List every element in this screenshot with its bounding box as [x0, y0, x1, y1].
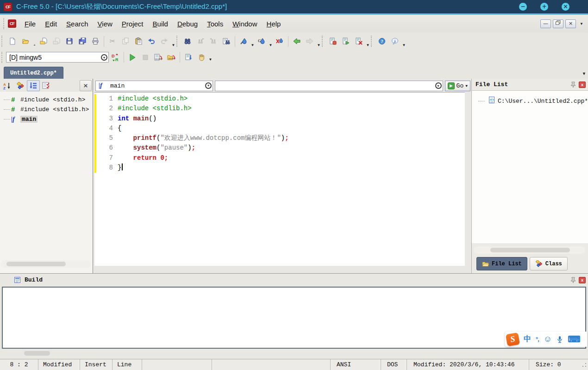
file-list-item[interactable]: C:\User...\Untitled2.cpp* — [478, 96, 588, 106]
navigate-dropdown-icon[interactable]: ▼ — [316, 43, 321, 50]
combo-dropdown-icon[interactable]: ▼ — [435, 82, 442, 89]
new-file-button[interactable] — [6, 35, 19, 48]
menu-edit[interactable]: Edit — [40, 18, 62, 30]
menu-file[interactable]: File — [20, 18, 40, 30]
find-button[interactable] — [181, 35, 194, 48]
tab-class[interactable]: Class — [530, 257, 568, 270]
pin-icon[interactable] — [570, 277, 576, 283]
code-line[interactable]: 4{ — [94, 124, 465, 133]
code-line[interactable]: 1#include <stdio.h> — [94, 94, 465, 104]
menu-help[interactable]: Help — [262, 18, 286, 30]
file-list-close-button[interactable]: x — [579, 82, 586, 88]
menu-tools[interactable]: Tools — [202, 18, 228, 30]
build-horizontal-scrollbar[interactable] — [2, 350, 586, 357]
resize-grip[interactable] — [582, 363, 587, 367]
run-button[interactable] — [126, 51, 139, 63]
code-line[interactable]: 8} — [94, 163, 465, 173]
tab-untitled2[interactable]: Untitled2.cpp* — [4, 67, 63, 79]
code-line[interactable]: 3int main() — [94, 114, 465, 124]
sogou-logo-icon[interactable]: S — [506, 332, 520, 346]
menu-project[interactable]: Project — [117, 18, 148, 30]
breakpoint-dropdown-icon[interactable]: ▼ — [365, 43, 370, 50]
build-output[interactable] — [2, 287, 586, 349]
menu-debug[interactable]: Debug — [173, 18, 202, 30]
build-file-button[interactable]: 10101 — [152, 51, 165, 63]
goto-bookmark-button[interactable]: G — [255, 35, 268, 48]
ime-emoji-button[interactable]: ☺ — [544, 334, 552, 344]
class-hierarchy-button[interactable] — [14, 80, 27, 91]
goto-bookmark-dropdown-icon[interactable]: ▼ — [268, 43, 273, 50]
details-view-button[interactable] — [40, 80, 53, 91]
help-dropdown-icon[interactable]: ▼ — [401, 43, 407, 50]
code-line[interactable]: 6 system("pause"); — [94, 143, 465, 153]
toggle-breakpoint-button[interactable] — [326, 35, 339, 48]
tab-file-list[interactable]: File List — [476, 257, 527, 270]
pin-icon[interactable] — [570, 82, 576, 88]
edit-dropdown-icon[interactable]: ▼ — [171, 43, 176, 50]
sort-alpha-button[interactable]: AZ — [1, 80, 14, 91]
scrollbar-thumb[interactable] — [6, 262, 66, 266]
mdi-close-button[interactable]: × — [565, 19, 576, 28]
build-project-button[interactable]: 10101 — [165, 51, 178, 63]
bookmark-dropdown-icon[interactable]: ▼ — [250, 43, 255, 50]
find-in-files-button[interactable] — [220, 35, 233, 48]
go-dropdown-icon[interactable]: ▼ — [465, 84, 468, 88]
print-button[interactable] — [89, 35, 102, 48]
pause-button[interactable] — [195, 51, 208, 63]
close-button[interactable]: × — [562, 3, 569, 11]
toolbar-gripper[interactable] — [322, 36, 324, 47]
go-button[interactable]: Go ▼ — [445, 81, 470, 91]
goto-search-input[interactable] — [218, 82, 435, 89]
combo-dropdown-icon[interactable]: ▼ — [205, 82, 212, 89]
symbol-item[interactable]: main — [4, 114, 93, 124]
combo-dropdown-icon[interactable]: ▼ — [101, 54, 107, 61]
build-close-button[interactable]: x — [579, 277, 586, 283]
debug-release-toggle-button[interactable]: DR — [109, 51, 122, 63]
build-target-combo[interactable]: ▼ — [6, 52, 109, 63]
tab-list-dropdown-icon[interactable]: ▼ — [582, 71, 586, 76]
menu-window[interactable]: Window — [228, 18, 262, 30]
save-all-button[interactable] — [76, 35, 89, 48]
function-combo[interactable]: main ▼ — [95, 81, 213, 91]
menubar-overflow-icon[interactable]: ▼ — [578, 22, 585, 26]
undo-button[interactable] — [145, 35, 158, 48]
clear-bookmarks-button[interactable] — [273, 35, 286, 48]
toolbar-gripper[interactable] — [371, 36, 373, 47]
ime-punctuation-button[interactable]: °, — [536, 336, 539, 343]
goto-search-combo[interactable]: ▼ — [215, 81, 443, 91]
ime-chinese-mode-button[interactable]: 中 — [524, 334, 531, 344]
toolbar-gripper[interactable] — [1, 52, 3, 63]
toolbar-gripper[interactable] — [176, 36, 178, 47]
open-dropdown-icon[interactable]: + — [32, 43, 37, 50]
file-list-horizontal-scrollbar[interactable] — [474, 246, 585, 254]
save-button[interactable] — [63, 35, 76, 48]
symbols-horizontal-scrollbar[interactable] — [1, 260, 91, 268]
paste-button[interactable] — [132, 35, 145, 48]
scrollbar-thumb[interactable] — [24, 351, 50, 356]
ime-voice-button[interactable] — [557, 336, 563, 343]
code-line[interactable]: 5 printf("欢迎进入www.dotcpp.com编程网站！"); — [94, 133, 465, 143]
minimize-button[interactable]: − — [519, 3, 527, 11]
run-to-cursor-button[interactable] — [339, 35, 352, 48]
rebuild-button[interactable] — [182, 51, 195, 63]
code-line[interactable]: 2#include <stdlib.h> — [94, 104, 465, 113]
navigate-back-button[interactable] — [290, 35, 303, 48]
open-file-button[interactable] — [19, 35, 32, 48]
mdi-minimize-button[interactable]: — — [540, 19, 551, 28]
mdi-restore-button[interactable] — [553, 19, 563, 28]
toolbar-gripper[interactable] — [3, 18, 5, 29]
context-help-button[interactable]: i — [388, 35, 401, 48]
symbol-item[interactable]: #include <stdio.h> — [4, 95, 93, 105]
scrollbar-thumb[interactable] — [490, 248, 570, 252]
toggle-bookmark-button[interactable] — [237, 35, 250, 48]
toolbar-gripper[interactable] — [1, 36, 3, 47]
menu-search[interactable]: Search — [62, 18, 93, 30]
menu-build[interactable]: Build — [148, 18, 173, 30]
menu-view[interactable]: View — [93, 18, 117, 30]
list-view-button[interactable] — [27, 80, 40, 91]
ime-keyboard-button[interactable]: ⌨ — [568, 334, 580, 345]
clear-breakpoints-button[interactable] — [352, 35, 365, 48]
build-dropdown-icon[interactable]: ▼ — [208, 57, 213, 64]
maximize-button[interactable]: + — [540, 3, 548, 11]
code-editor[interactable]: 1#include <stdio.h>2#include <stdlib.h>3… — [94, 92, 465, 266]
